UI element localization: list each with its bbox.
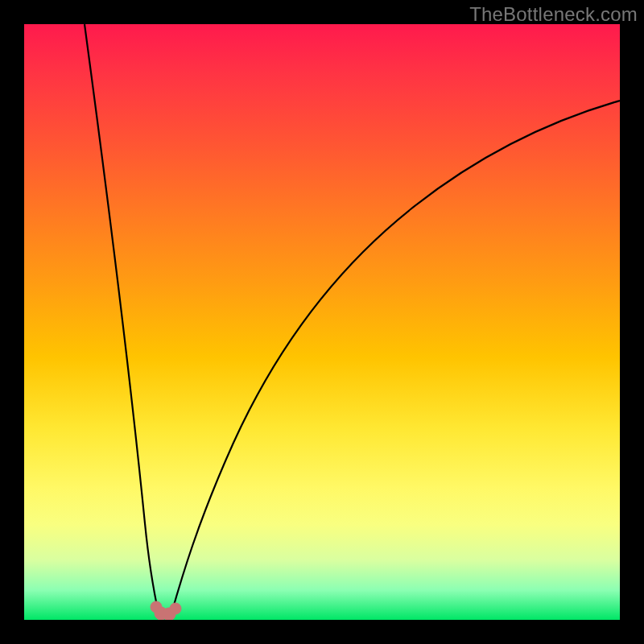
curve-right — [171, 101, 620, 613]
watermark-text: TheBottleneck.com — [469, 3, 638, 26]
svg-point-3 — [170, 603, 181, 614]
curve-left — [85, 24, 159, 613]
bottleneck-curve — [24, 24, 620, 620]
plot-area — [24, 24, 620, 620]
valley-marker — [151, 601, 181, 620]
